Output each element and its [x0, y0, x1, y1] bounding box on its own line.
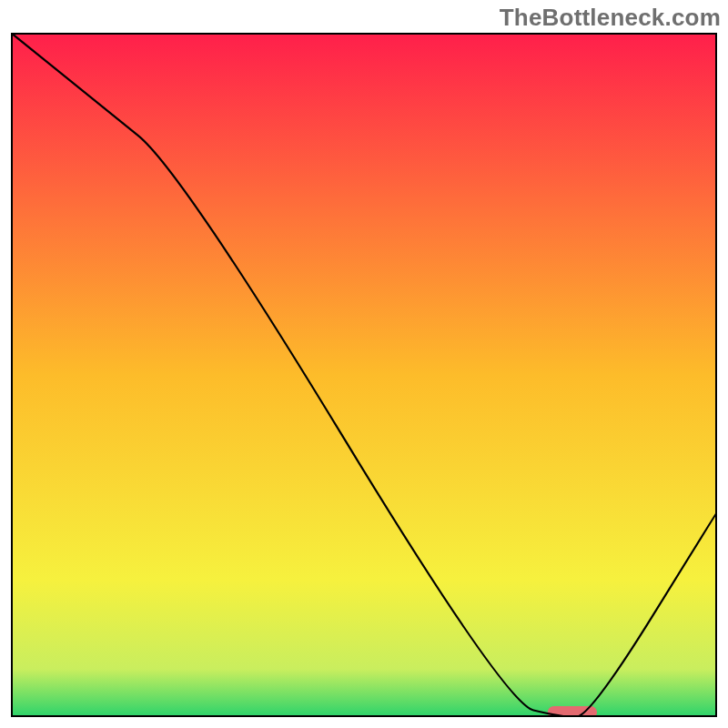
chart-background	[11, 33, 717, 717]
chart-container: TheBottleneck.com	[0, 0, 728, 728]
chart-svg	[11, 33, 717, 717]
plot-area	[11, 33, 717, 717]
watermark-label: TheBottleneck.com	[500, 4, 721, 32]
